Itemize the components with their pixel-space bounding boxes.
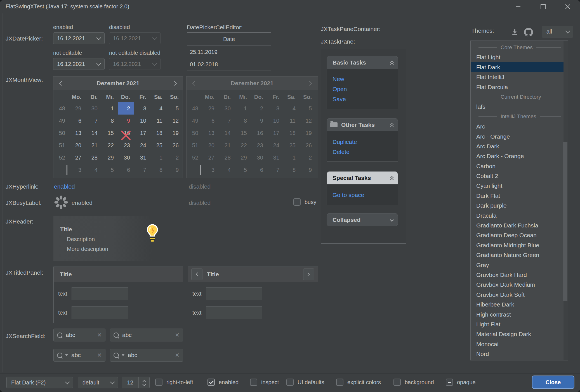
clear-search-icon[interactable]: ✕	[97, 352, 102, 358]
clear-search-icon[interactable]: ✕	[175, 352, 180, 358]
spinner-value[interactable]: 12	[122, 377, 138, 388]
checkbox-enabled[interactable]: enabled	[208, 379, 239, 386]
checkbox-box[interactable]	[250, 379, 257, 386]
theme-item-gray[interactable]: Gray	[471, 260, 564, 270]
calendar-day[interactable]: 4	[150, 102, 166, 115]
calendar-day[interactable]: 1	[102, 102, 118, 115]
search-field[interactable]: abc ✕	[110, 329, 183, 341]
calendar-day[interactable]: 6	[118, 164, 134, 176]
checkbox-box[interactable]	[393, 379, 401, 386]
theme-item-gruvbox-dark-soft[interactable]: Gruvbox Dark Soft	[471, 290, 564, 300]
checkbox-ui-defaults[interactable]: UI defaults	[286, 379, 324, 386]
theme-item-flat-intellij[interactable]: Flat IntelliJ	[471, 72, 564, 82]
hyperlink-enabled[interactable]: enabled	[54, 183, 75, 190]
calendar-day[interactable]: 26	[166, 139, 183, 151]
checkbox-box[interactable]	[446, 379, 453, 386]
search-text[interactable]: abc	[122, 332, 171, 338]
taskpane-header[interactable]: Other Tasks	[327, 118, 398, 131]
checkbox-box[interactable]	[208, 379, 215, 386]
theme-item-hiberbee-dark[interactable]: Hiberbee Dark	[471, 300, 564, 309]
taskpane-header[interactable]: Basic Tasks	[327, 56, 398, 69]
checkbox-opaque[interactable]: opaque	[446, 379, 476, 386]
datepicker-value[interactable]: 16.12.2021	[53, 35, 93, 42]
theme-item-carbon[interactable]: Carbon	[471, 161, 564, 171]
calendar-day[interactable]: 13	[69, 127, 85, 139]
calendar-day[interactable]: 1	[150, 151, 166, 164]
prev-month-icon[interactable]	[59, 81, 64, 86]
calendar-day[interactable]: 30	[85, 102, 102, 115]
calendar-day[interactable]: 18	[150, 127, 166, 139]
titledpanel-right-button[interactable]	[303, 269, 314, 280]
search-field-with-menu[interactable]: abc ✕	[110, 349, 183, 362]
search-text[interactable]: abc	[71, 352, 94, 358]
checkbox-box[interactable]	[293, 198, 301, 206]
calendar-day[interactable]: 5	[166, 102, 183, 115]
table-column-header[interactable]: Date	[187, 33, 271, 46]
calendar-day[interactable]: 20	[69, 139, 85, 151]
search-menu-caret-icon[interactable]	[122, 354, 124, 356]
datepicker-dropdown-button[interactable]	[93, 33, 104, 44]
title-bar[interactable]: FlatSwingXTest (Java 17; system scale fa…	[0, 0, 580, 13]
theme-item-light-flat[interactable]: Light Flat	[471, 319, 564, 329]
monthview-enabled[interactable]: Dezember 2021 Mo.Di.Mi.Do.Fr.Sa.So.48293…	[53, 76, 183, 178]
theme-item-cyan-light[interactable]: Cyan light	[471, 181, 564, 191]
spinner-buttons[interactable]	[138, 377, 149, 388]
next-month-icon[interactable]	[172, 81, 177, 86]
calendar-day[interactable]: 7	[134, 164, 150, 176]
theme-item-dark-purple[interactable]: Dark purple	[471, 201, 564, 210]
taskpane-link-save[interactable]: Save	[333, 96, 346, 103]
calendar-day[interactable]: 14	[85, 127, 102, 139]
calendar-day[interactable]: 11	[150, 115, 166, 127]
taskpane-link-duplicate[interactable]: Duplicate	[333, 139, 357, 145]
calendar-day[interactable]: 27	[69, 151, 85, 164]
calendar-day[interactable]: 22	[102, 139, 118, 151]
datepicker-not-editable[interactable]: 16.12.2021	[53, 58, 105, 70]
themes-filter-combo[interactable]: all	[542, 26, 573, 37]
table-row[interactable]: 01.02.2018	[187, 58, 271, 70]
theme-item-gradianto-deep-ocean[interactable]: Gradianto Deep Ocean	[471, 230, 564, 240]
calendar-day[interactable]: 21	[85, 139, 102, 151]
calendar-day[interactable]: 7	[85, 115, 102, 127]
taskpane-link-open[interactable]: Open	[333, 86, 347, 92]
calendar-day[interactable]: 29	[69, 102, 85, 115]
taskpane-link-go-to-space[interactable]: Go to space	[333, 192, 364, 198]
calendar-day[interactable]: 2	[166, 151, 183, 164]
theme-item-arc[interactable]: Arc	[471, 122, 564, 131]
text-input[interactable]	[72, 287, 128, 300]
calendar-day[interactable]: 9	[166, 164, 183, 176]
calendar-day[interactable]: 3	[69, 164, 85, 176]
calendar-day[interactable]: 15	[102, 127, 118, 139]
taskpane-header[interactable]: Collapsed	[327, 213, 398, 226]
checkbox-inspect[interactable]: inspect	[250, 379, 279, 386]
datepicker-enabled[interactable]: 16.12.2021	[53, 32, 105, 44]
themes-list[interactable]: Core ThemesFlat LightFlat DarkFlat Intel…	[470, 41, 568, 360]
minimize-button[interactable]	[510, 0, 527, 13]
search-field[interactable]: abc ✕	[53, 329, 105, 341]
download-themes-button[interactable]	[509, 27, 520, 37]
calendar-day[interactable]: 31	[134, 151, 150, 164]
calendar-day[interactable]: 16	[118, 127, 134, 139]
calendar-day[interactable]: 19	[166, 127, 183, 139]
search-field-with-menu[interactable]: abc ✕	[53, 349, 105, 362]
theme-item-flat-dark[interactable]: Flat Dark	[471, 62, 564, 72]
theme-item-nord[interactable]: Nord	[471, 349, 564, 359]
theme-item-material-design-dark[interactable]: Material Design Dark	[471, 329, 564, 339]
calendar-day[interactable]: 23	[118, 139, 134, 151]
theme-item-lafs[interactable]: lafs	[471, 102, 564, 111]
theme-item-gradianto-nature-green[interactable]: Gradianto Nature Green	[471, 250, 564, 260]
theme-item-dark-flat[interactable]: Dark Flat	[471, 191, 564, 201]
text-input[interactable]	[206, 287, 262, 300]
search-text[interactable]: abc	[66, 332, 94, 338]
close-window-button[interactable]	[559, 0, 576, 13]
checkbox-explicit-colors[interactable]: explicit colors	[336, 379, 381, 386]
calendar-day[interactable]: 8	[102, 115, 118, 127]
theme-item-high-contrast[interactable]: High contrast	[471, 310, 564, 319]
checkbox-background[interactable]: background	[393, 379, 434, 386]
laf-combo[interactable]: Flat Dark (F2)	[6, 377, 73, 388]
theme-item-arc-dark[interactable]: Arc Dark	[471, 141, 564, 151]
calendar-day[interactable]: 24	[134, 139, 150, 151]
expand-icon[interactable]	[391, 219, 393, 221]
font-size-spinner[interactable]: 12	[122, 377, 150, 388]
search-menu-caret-icon[interactable]	[65, 354, 68, 356]
theme-item-cobalt-2[interactable]: Cobalt 2	[471, 171, 564, 181]
